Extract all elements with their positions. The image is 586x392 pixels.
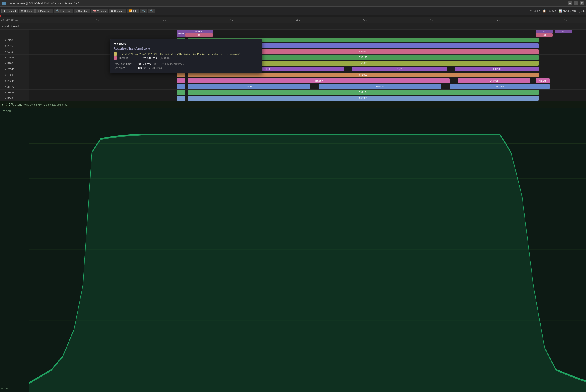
timeline-overview[interactable] bbox=[0, 15, 586, 17]
toolbar-stats: ⏱ 8.54 s 📋 13.36 s 📊 454.85 MB (1.35 bbox=[529, 10, 585, 12]
cpu-chart-area: 100.00% 6.25% bbox=[0, 108, 586, 392]
thread-label-23056[interactable]: ▼ 23056 bbox=[0, 90, 29, 95]
time-ruler-labels: 1 s 2 s 3 s 4 s 5 s 6 s 7 s 8 s bbox=[29, 17, 586, 23]
memory-icon: 🧠 bbox=[93, 10, 96, 12]
bar-meshes-top[interactable]: Meshes bbox=[185, 30, 213, 34]
tooltip-filepath: C:\SAE\921\2ndYear\GPR\5204-Optimisation… bbox=[119, 53, 240, 56]
bar-5048-small[interactable] bbox=[177, 96, 185, 100]
bar-24772-2[interactable]: 295,526 bbox=[319, 84, 441, 89]
bar-25244-1[interactable]: 485,659 bbox=[188, 78, 449, 83]
tool-compare[interactable]: ⚖ Compare bbox=[109, 8, 126, 13]
bar-24772-small[interactable] bbox=[177, 84, 185, 89]
bar-25244-2[interactable]: 148,095 bbox=[458, 78, 530, 83]
bar-23056-small[interactable] bbox=[177, 90, 185, 95]
app-icon bbox=[2, 2, 6, 5]
thread-label-5048[interactable]: ▼ 5048 bbox=[0, 96, 29, 101]
tooltip: Meshes Rasterizer::TransformScene C:\SAE… bbox=[110, 39, 262, 74]
bar-nm-right[interactable]: NM bbox=[555, 30, 572, 34]
thread-row-23056: ▼ 23056 762,164 bbox=[0, 90, 586, 96]
time-label-8s: 8 s bbox=[564, 19, 567, 22]
tooltip-thread-id: (16,088) bbox=[160, 56, 170, 60]
thread-row-6872: ▼ 6872 699,591 bbox=[0, 49, 586, 55]
main-thread-track-label bbox=[0, 30, 29, 37]
tooltip-filepath-row: C:\SAE\921\2ndYear\GPR\5204-Optimisation… bbox=[114, 52, 258, 56]
svg-marker-5 bbox=[29, 134, 586, 392]
main-content: ▼ Main thread MMiM Meshes 5,504 hes NM bbox=[0, 23, 586, 392]
thread-row-5048: ▼ 5048 699,981 bbox=[0, 96, 586, 101]
tool-messages[interactable]: ◈ Messages bbox=[36, 8, 53, 13]
window-controls[interactable]: ─ □ ✕ bbox=[568, 1, 584, 6]
thread-label-5980[interactable]: ▼ 5980 bbox=[0, 60, 29, 66]
tool-zoom[interactable]: 🔍 bbox=[148, 8, 155, 13]
time-label-3s: 3 s bbox=[230, 19, 233, 22]
tooltip-self-label: Self time: bbox=[114, 66, 136, 70]
tooltip-self-value: 184.82 μs bbox=[138, 66, 150, 70]
main-thread-bars[interactable]: MMiM Meshes 5,504 hes NM 504 bbox=[0, 30, 586, 37]
stat-time1: ⏱ 8.54 s bbox=[529, 10, 540, 12]
stopped-icon: ⏹ bbox=[3, 10, 6, 12]
thread-label-13600[interactable]: ▼ 13600 bbox=[0, 72, 29, 78]
tooltip-thread-color bbox=[114, 56, 117, 60]
bar-25244-3[interactable]: 62,178 bbox=[536, 78, 550, 83]
tooltip-subtitle: Rasterizer::TransformScene bbox=[114, 47, 258, 50]
stat-mem: 📊 454.85 MB bbox=[559, 10, 576, 12]
thread-row-26160: ▼ 26160 bbox=[0, 43, 586, 49]
thread-label-26160[interactable]: ▼ 26160 bbox=[0, 43, 29, 48]
bar-24772-3[interactable]: 217,664 bbox=[449, 84, 550, 89]
main-thread-label: Main thread bbox=[5, 25, 19, 28]
stat-time2: 📋 13.36 s bbox=[543, 10, 556, 12]
close-button[interactable]: ✕ bbox=[580, 1, 584, 6]
bar-5504[interactable]: 5,504 bbox=[185, 34, 213, 36]
tool-statistics[interactable]: ↕ Statistics bbox=[74, 9, 90, 13]
bar-meshes-right[interactable]: hes bbox=[536, 30, 552, 34]
bar-5048-main[interactable]: 699,981 bbox=[188, 96, 539, 100]
tool-options[interactable]: ⚙ Options bbox=[19, 8, 35, 13]
tooltip-divider bbox=[114, 61, 258, 61]
cpu-label: CPU usage bbox=[9, 103, 22, 106]
options-icon: ⚙ bbox=[21, 10, 23, 12]
tooltip-exec-value: 586.79 ms bbox=[138, 62, 151, 66]
tooltip-thread-row: Thread: Main thread (16,088) bbox=[114, 56, 258, 60]
thread-label-6872[interactable]: ▼ 6872 bbox=[0, 49, 29, 54]
thread-label-25244[interactable]: ▼ 25244 bbox=[0, 78, 29, 84]
thread-label-20540[interactable]: ▼ 20540 bbox=[0, 66, 29, 72]
tool-wrench[interactable]: 🔧 bbox=[140, 8, 147, 13]
tooltip-thread-label: Thread: bbox=[119, 56, 141, 60]
toolbar: ⏹ Stopped ⚙ Options ◈ Messages 🔍 Find zo… bbox=[0, 7, 586, 15]
collapse-arrow[interactable]: ▼ bbox=[1, 25, 4, 28]
bar-24772-1[interactable]: 192,955 bbox=[188, 84, 310, 89]
clock-icon: ⏱ bbox=[529, 10, 532, 12]
tool-stopped[interactable]: ⏹ Stopped bbox=[1, 9, 18, 13]
tooltip-self-pct: (0.03%) bbox=[152, 66, 162, 70]
tool-memory[interactable]: 🧠 Memory bbox=[91, 8, 108, 13]
cpu-subtitle: (y-range: 93.75%, visible data points: 7… bbox=[24, 103, 68, 106]
bar-23056-main[interactable]: 762,164 bbox=[188, 90, 539, 95]
thread-row-24772: ▼ 24772 192,955 295,526 217,664 bbox=[0, 84, 586, 90]
thread-label-14096[interactable]: ▼ 14096 bbox=[0, 55, 29, 60]
thread-label-7428[interactable]: ▼ 7428 bbox=[0, 37, 29, 43]
zoom-icon: 🔍 bbox=[150, 10, 153, 12]
cpu-label-6pct: 6.25% bbox=[1, 387, 8, 390]
bar-504-right[interactable]: 504 bbox=[536, 34, 552, 36]
tool-find-zone[interactable]: 🔍 Find zone bbox=[54, 8, 73, 13]
maximize-button[interactable]: □ bbox=[574, 1, 578, 6]
cpu-collapse-arrow[interactable]: ▼ bbox=[1, 103, 4, 106]
thread-row-5980: ▼ 5980 750,678 bbox=[0, 60, 586, 66]
statistics-icon: ↕ bbox=[76, 10, 77, 12]
tool-info[interactable]: 📶 Info bbox=[127, 8, 139, 13]
cpu-header: ▼ ⏱ CPU usage (y-range: 93.75%, visible … bbox=[0, 102, 586, 108]
tooltip-self-row: Self time: 184.82 μs (0.03%) bbox=[114, 66, 258, 70]
find-zone-icon: 🔍 bbox=[56, 10, 59, 12]
bar-20540-2[interactable]: 176,214 bbox=[352, 67, 447, 72]
bar-25244-small[interactable] bbox=[177, 78, 185, 83]
tooltip-exec-row: Execution time: 586.79 ms (3915.72% of m… bbox=[114, 62, 258, 66]
bar-20540-3[interactable]: 140,188 bbox=[455, 67, 539, 72]
thread-label-24772[interactable]: ▼ 24772 bbox=[0, 84, 29, 90]
window-title: Rasterizer.exe @ 2023-04-04 20:40:40 – T… bbox=[8, 2, 80, 5]
wrench-icon: 🔧 bbox=[142, 10, 145, 12]
bar-mmim-left[interactable]: MMiM bbox=[177, 30, 185, 36]
time-label-7s: 7 s bbox=[497, 19, 500, 22]
cpu-label-100pct: 100.00% bbox=[1, 110, 11, 113]
minimize-button[interactable]: ─ bbox=[568, 1, 572, 6]
thread-bars-24772: 192,955 295,526 217,664 bbox=[29, 84, 586, 90]
